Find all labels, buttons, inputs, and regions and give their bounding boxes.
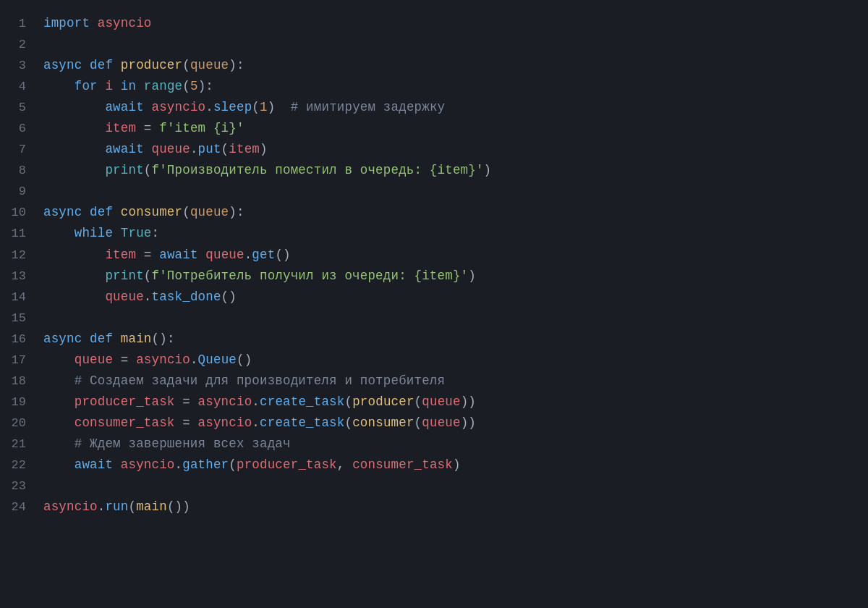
token-paren: ) (260, 142, 268, 156)
token-plain (43, 100, 105, 114)
token-fn-name: consumer (121, 205, 182, 219)
code-line: 21 # Ждем завершения всех задач (0, 434, 868, 455)
token-fn-name: producer (352, 394, 414, 409)
token-var: queue (75, 352, 113, 367)
token-plain (43, 436, 75, 451)
code-line: 2 (0, 34, 868, 55)
token-module: asyncio (198, 394, 252, 409)
token-var: item (229, 142, 260, 156)
token-dot: . (190, 142, 198, 156)
token-dot: . (205, 100, 213, 114)
line-number: 14 (0, 287, 26, 308)
token-method: run (105, 499, 128, 514)
token-colon: : (152, 226, 160, 240)
code-line: 5 await asyncio.sleep(1) # имитируем зад… (0, 97, 868, 118)
line-number: 13 (0, 266, 26, 287)
token-plain (98, 79, 106, 93)
token-paren: )) (461, 415, 476, 430)
token-plain (113, 457, 121, 472)
token-module: asyncio (121, 457, 175, 472)
code-line: 4 for i in range(5): (0, 76, 868, 97)
token-fn-name: consumer (352, 415, 414, 430)
code-content: item = await queue.get() (43, 245, 291, 266)
line-number: 4 (0, 77, 26, 97)
line-number: 2 (0, 35, 26, 55)
token-plain (43, 248, 105, 262)
token-var: consumer_task (75, 415, 175, 430)
line-number: 11 (0, 224, 26, 244)
token-plain (113, 352, 121, 367)
token-plain: , (337, 457, 352, 472)
code-line: 15 (0, 308, 868, 329)
line-number: 24 (0, 497, 26, 518)
code-line: 11 while True: (0, 223, 868, 244)
line-number: 1 (0, 14, 26, 34)
token-param: queue (190, 58, 229, 72)
token-var: consumer_task (352, 457, 453, 472)
token-comment: # Ждем завершения всех задач (75, 436, 291, 451)
token-paren: () (221, 290, 237, 304)
code-line: 8 print(f'Производитель поместил в очере… (0, 160, 868, 181)
code-line: 6 item = f'item {i}' (0, 118, 868, 139)
code-content (43, 476, 51, 497)
token-paren: () (237, 352, 252, 367)
token-plain (43, 121, 105, 135)
token-plain (136, 79, 144, 93)
line-number: 7 (0, 140, 26, 160)
token-method: sleep (213, 100, 252, 114)
token-dot: . (175, 457, 183, 472)
token-number: 1 (260, 100, 268, 114)
code-content: await asyncio.gather(producer_task, cons… (43, 455, 461, 476)
token-var: queue (152, 142, 190, 156)
token-plain (43, 394, 75, 409)
token-plain (43, 373, 75, 388)
token-module: asyncio (198, 415, 252, 430)
token-kw-keyword: def (90, 58, 113, 72)
code-line: 3async def producer(queue): (0, 55, 868, 76)
token-param: queue (190, 205, 229, 219)
token-kw-keyword: async (43, 205, 82, 219)
code-content: queue.task_done() (43, 287, 237, 308)
token-plain (128, 352, 136, 367)
token-kw-keyword: while (75, 226, 113, 240)
code-editor: 1import asyncio2 3async def producer(que… (0, 0, 868, 608)
line-number: 3 (0, 56, 26, 76)
token-paren: ) (468, 269, 476, 283)
token-dot: . (252, 415, 260, 430)
token-plain (43, 142, 105, 156)
code-content: asyncio.run(main()) (43, 497, 190, 518)
token-paren: ( (182, 79, 190, 93)
token-var: queue (205, 248, 244, 262)
code-content: for i in range(5): (43, 76, 213, 97)
token-colon: : (167, 332, 175, 346)
line-number: 5 (0, 98, 26, 118)
token-kw-keyword: for (75, 79, 98, 93)
token-paren: ) (182, 499, 190, 514)
line-number: 21 (0, 434, 26, 455)
code-content (43, 34, 51, 55)
token-kw-keyword: async (43, 332, 82, 346)
token-plain (190, 394, 198, 409)
code-content: await queue.put(item) (43, 139, 268, 160)
line-number: 23 (0, 476, 26, 497)
token-var: queue (422, 415, 460, 430)
token-var: queue (105, 290, 143, 304)
code-content: # Ждем завершения всех задач (43, 434, 291, 455)
line-number: 18 (0, 371, 26, 392)
token-kw-keyword: await (105, 142, 143, 156)
token-builtin: print (105, 269, 143, 283)
code-content: consumer_task = asyncio.create_task(cons… (43, 413, 476, 434)
line-number: 6 (0, 119, 26, 139)
token-comment: # имитируем задержку (291, 100, 446, 114)
token-string: f'item {i}' (159, 121, 244, 135)
token-paren: ( (221, 142, 229, 156)
token-paren: ( (144, 163, 152, 177)
code-content: async def producer(queue): (43, 55, 244, 76)
code-line: 10async def consumer(queue): (0, 202, 868, 223)
token-plain (82, 332, 90, 346)
line-number: 9 (0, 182, 26, 202)
line-number: 15 (0, 308, 26, 329)
code-line: 17 queue = asyncio.Queue() (0, 350, 868, 371)
token-paren: ) (484, 163, 492, 177)
token-plain (198, 248, 206, 262)
